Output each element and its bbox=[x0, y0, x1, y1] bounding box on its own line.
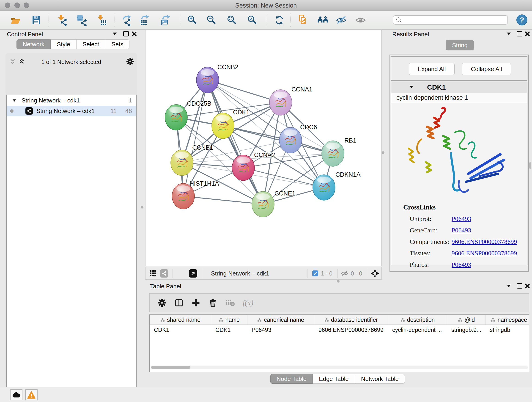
table-panel-float-icon[interactable] bbox=[517, 283, 522, 288]
tab-network[interactable]: Network bbox=[17, 39, 51, 49]
clone-network-button[interactable] bbox=[297, 14, 309, 26]
crosslink-link[interactable]: P06493 bbox=[452, 227, 471, 234]
network-options-gear-icon[interactable] bbox=[126, 57, 134, 65]
node-CCNA1[interactable] bbox=[269, 89, 292, 115]
refresh-layout-button[interactable] bbox=[273, 14, 285, 26]
control-panel-float-icon[interactable] bbox=[123, 31, 129, 36]
collection-disclosure-icon[interactable] bbox=[13, 99, 16, 101]
export-table-button[interactable] bbox=[139, 14, 151, 26]
tab-node-table[interactable]: Node Table bbox=[270, 374, 313, 384]
results-panel-close-icon[interactable] bbox=[525, 31, 530, 37]
hide-selected-button[interactable] bbox=[335, 14, 347, 26]
edge-HIST1H1A-CCNE1[interactable] bbox=[183, 196, 263, 204]
import-network-from-database-button[interactable] bbox=[76, 14, 88, 26]
function-builder-icon[interactable]: f(x) bbox=[243, 298, 253, 307]
network-share-button[interactable] bbox=[160, 269, 168, 278]
tab-string[interactable]: String bbox=[446, 40, 474, 51]
node-CCNB1[interactable] bbox=[171, 150, 193, 176]
save-session-button[interactable] bbox=[30, 14, 42, 26]
node-HIST1H1A[interactable] bbox=[172, 183, 195, 209]
show-columns-icon[interactable] bbox=[174, 298, 184, 307]
gene-disclosure-icon[interactable] bbox=[409, 86, 413, 88]
open-in-window-button[interactable] bbox=[189, 269, 197, 278]
column-header-namespace[interactable]: namespace bbox=[486, 315, 529, 325]
warning-status-button[interactable] bbox=[25, 389, 38, 400]
table-cell[interactable]: stringdb bbox=[486, 325, 529, 335]
crosslink-link[interactable]: P06493 bbox=[452, 261, 471, 268]
table-cell[interactable]: CDK1 bbox=[150, 325, 211, 335]
show-all-button[interactable] bbox=[355, 14, 367, 26]
collapse-all-button[interactable]: Collapse All bbox=[462, 63, 511, 75]
expand-all-button[interactable]: Expand All bbox=[409, 63, 455, 75]
tab-sets[interactable]: Sets bbox=[105, 39, 129, 49]
table-panel-menu-icon[interactable] bbox=[507, 285, 511, 287]
column-header-label: name bbox=[225, 317, 240, 323]
control-panel-menu-icon[interactable] bbox=[113, 32, 117, 35]
results-scrollbar-thumb[interactable] bbox=[529, 162, 531, 169]
gene-header[interactable]: CDK1 bbox=[391, 82, 527, 93]
table-panel-close-icon[interactable] bbox=[525, 283, 530, 289]
crosslink-link[interactable]: P06493 bbox=[452, 215, 471, 223]
zoom-in-button[interactable] bbox=[186, 14, 198, 26]
column-header-shared-name[interactable]: shared name bbox=[150, 315, 211, 325]
cloud-status-button[interactable] bbox=[10, 389, 22, 400]
left-splitter-handle[interactable] bbox=[141, 206, 143, 209]
crosslink-link[interactable]: 9606.ENSP00000378699 bbox=[452, 238, 517, 245]
table-cell[interactable]: 9606.ENSP00000378699 bbox=[314, 325, 388, 335]
node-CDC6[interactable] bbox=[279, 128, 302, 153]
column-header-database-identifier[interactable]: database identifier bbox=[314, 315, 388, 325]
zoom-selected-button[interactable] bbox=[246, 14, 258, 26]
export-network-button[interactable] bbox=[121, 14, 133, 26]
crosslink-link[interactable]: 9606.ENSP00000378699 bbox=[452, 249, 517, 257]
node-CDC25B[interactable] bbox=[165, 104, 187, 130]
import-network-button[interactable] bbox=[56, 14, 68, 26]
table-scrollbar-thumb[interactable] bbox=[151, 366, 190, 369]
zoom-fit-button[interactable] bbox=[226, 14, 238, 26]
import-table-button[interactable] bbox=[96, 14, 108, 26]
birdseye-grid-icon[interactable] bbox=[150, 270, 157, 277]
column-header-description[interactable]: description bbox=[388, 315, 447, 325]
table-horizontal-scrollbar[interactable] bbox=[151, 366, 528, 369]
node-CCNA2[interactable] bbox=[232, 155, 254, 181]
node-gloss-highlight bbox=[256, 193, 270, 200]
fit-content-crosshair-icon[interactable] bbox=[370, 269, 379, 278]
delete-table-icon[interactable] bbox=[225, 299, 235, 307]
network-collection-row[interactable]: String Network – cdk1 1 bbox=[7, 95, 136, 106]
table-cell[interactable]: CDK1 bbox=[211, 325, 247, 335]
network-canvas[interactable]: CCNB2CCNA1CDC25BCDK1CDC6RB1CCNB1CCNA2CDK… bbox=[145, 30, 382, 266]
table-cell[interactable]: P06493 bbox=[247, 325, 314, 335]
node-CCNE1[interactable] bbox=[252, 191, 274, 217]
node-CCNB2[interactable] bbox=[196, 67, 219, 93]
right-splitter-handle[interactable] bbox=[382, 151, 385, 154]
tab-network-table[interactable]: Network Table bbox=[355, 374, 405, 384]
first-neighbors-button[interactable] bbox=[317, 14, 329, 26]
selected-checkbox-icon[interactable] bbox=[312, 270, 318, 276]
network-graph[interactable]: CCNB2CCNA1CDC25BCDK1CDC6RB1CCNB1CCNA2CDK… bbox=[146, 30, 381, 266]
crosslink-row: Compartments:9606.ENSP00000378699 bbox=[410, 236, 524, 248]
column-header-id[interactable]: @id bbox=[447, 315, 486, 325]
control-panel-close-icon[interactable] bbox=[132, 31, 137, 37]
column-header-name[interactable]: name bbox=[211, 315, 247, 325]
tab-style[interactable]: Style bbox=[51, 39, 76, 49]
export-image-button[interactable] bbox=[160, 14, 172, 26]
table-cell[interactable]: cyclin-dependent ... bbox=[388, 325, 447, 335]
node-CDK1[interactable] bbox=[212, 113, 234, 139]
table-settings-gear-icon[interactable] bbox=[157, 298, 167, 307]
node-CDKN1A[interactable] bbox=[313, 175, 335, 200]
search-input[interactable] bbox=[402, 17, 505, 23]
hidden-eye-slash-icon[interactable] bbox=[341, 270, 348, 277]
node-RB1[interactable] bbox=[322, 141, 344, 166]
results-panel-menu-icon[interactable] bbox=[507, 32, 511, 35]
network-row[interactable]: String Network – cdk1 11 48 bbox=[7, 106, 136, 116]
help-button[interactable]: ? bbox=[516, 14, 527, 26]
results-panel-float-icon[interactable] bbox=[517, 31, 522, 36]
table-row[interactable]: CDK1CDK1P064939606.ENSP00000378699cyclin… bbox=[150, 325, 529, 335]
open-session-button[interactable] bbox=[10, 14, 22, 26]
table-cell[interactable]: stringdb:9... bbox=[447, 325, 486, 335]
column-header-canonical-name[interactable]: canonical name bbox=[247, 315, 314, 325]
add-column-plus-icon[interactable] bbox=[191, 298, 201, 307]
zoom-out-button[interactable] bbox=[206, 14, 217, 26]
tab-edge-table[interactable]: Edge Table bbox=[313, 374, 355, 384]
tab-select[interactable]: Select bbox=[76, 39, 105, 49]
delete-column-trash-icon[interactable] bbox=[208, 298, 217, 307]
